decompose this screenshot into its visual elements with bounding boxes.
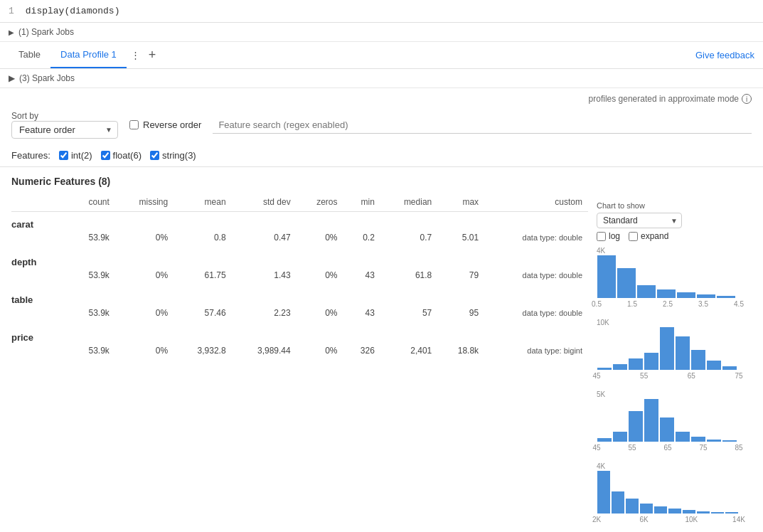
cell-zeros: 0% (297, 269, 343, 287)
svg-rect-11 (660, 327, 674, 370)
reverse-order-label: Reverse order (143, 119, 201, 130)
spark-jobs-2[interactable]: ▶ (3) Spark Jobs (0, 69, 763, 88)
cell-std-dev: 2.23 (232, 307, 297, 325)
cell-empty (11, 307, 68, 325)
chart-wrapper: 5K 4555657585 (597, 390, 752, 454)
svg-rect-16 (597, 438, 612, 442)
chart-x-labels: 2K6K10K14K (597, 516, 739, 526)
tabs-bar: Table Data Profile 1 ⋮ + Give feedback (0, 42, 763, 69)
data-table: count missing mean std dev zeros min med… (11, 193, 588, 363)
cell-mean: 3,932.8 (174, 344, 231, 363)
cell-std-dev: 3,989.44 (232, 344, 297, 363)
spark-jobs-1[interactable]: ▶ (1) Spark Jobs (0, 23, 763, 42)
feature-name: price (11, 332, 33, 343)
feature-string-checkbox[interactable] (150, 151, 159, 160)
numeric-section-header: Numeric Features (8) (11, 176, 588, 187)
svg-rect-15 (722, 366, 737, 370)
feature-float-checkbox[interactable] (101, 151, 110, 160)
svg-rect-24 (722, 440, 737, 442)
chart-y-label: 5K (597, 390, 752, 398)
svg-rect-30 (668, 509, 681, 514)
sort-select-wrapper: Feature order Name Missing % ▼ (11, 121, 118, 139)
cell-mean: 57.46 (174, 307, 231, 325)
table-header-row: count missing mean std dev zeros min med… (11, 193, 588, 212)
tab-add-button[interactable]: + (144, 42, 161, 68)
expand-checkbox[interactable] (629, 232, 638, 241)
feature-name: depth (11, 257, 36, 267)
svg-rect-2 (637, 285, 656, 298)
expand-label: expand (641, 231, 668, 241)
cell-count: 53.9k (68, 269, 115, 287)
cell-missing: 0% (115, 344, 174, 363)
table-data-row: 53.9k 0% 3,932.8 3,989.44 0% 326 2,401 1… (11, 344, 588, 363)
feature-name: table (11, 294, 33, 305)
tab-more-button[interactable]: ⋮ (127, 44, 144, 66)
chart-wrapper: 4K 0.51.52.53.54.5 (597, 247, 752, 310)
code-cell: 1 display(diamonds) (0, 0, 763, 23)
svg-rect-8 (613, 364, 627, 370)
tab-data-profile[interactable]: Data Profile 1 (50, 42, 127, 68)
chart-options: log expand (597, 231, 752, 241)
log-checkbox[interactable] (597, 232, 606, 241)
expand-checkbox-label[interactable]: expand (629, 231, 668, 241)
tab-table[interactable]: Table (9, 42, 50, 68)
table-data-row: 53.9k 0% 0.8 0.47 0% 0.2 0.7 5.01 data t… (11, 231, 588, 250)
cell-max: 95 (437, 307, 484, 325)
svg-rect-9 (629, 358, 643, 370)
svg-rect-20 (660, 417, 674, 442)
chart-type-select[interactable]: Standard Quantile (597, 213, 682, 228)
cell-max: 18.8k (437, 344, 484, 363)
svg-rect-5 (697, 294, 715, 298)
reverse-order-input[interactable] (129, 120, 139, 129)
feature-search-input[interactable] (213, 117, 752, 134)
histogram-svg (597, 399, 739, 442)
feature-name: carat (11, 219, 33, 230)
svg-rect-18 (629, 411, 643, 442)
profile-header: profiles generated in approximate mode i (0, 88, 763, 107)
sort-select[interactable]: Feature order Name Missing % (11, 121, 118, 139)
log-label: log (609, 231, 620, 241)
cell-median: 61.8 (380, 269, 437, 287)
main-content: Numeric Features (8) count missing mean … (0, 167, 763, 532)
svg-rect-12 (676, 336, 690, 370)
chart-y-label: 4K (597, 462, 752, 470)
cell-missing: 0% (115, 269, 174, 287)
cell-count: 53.9k (68, 307, 115, 325)
col-header-min: min (343, 193, 380, 212)
feature-string-chip[interactable]: string(3) (150, 150, 196, 161)
svg-rect-33 (711, 512, 724, 514)
chart-x-labels: 0.51.52.53.54.5 (597, 300, 739, 310)
col-header-name (11, 193, 68, 212)
chart-select-wrapper: Standard Quantile ▼ (597, 213, 682, 228)
chart-to-show-label: Chart to show (597, 201, 752, 210)
give-feedback-button[interactable]: Give feedback (695, 44, 754, 66)
sort-by-label: Sort by (11, 111, 118, 121)
feature-int-label: int(2) (71, 150, 92, 161)
svg-rect-23 (707, 440, 721, 442)
cell-zeros: 0% (297, 344, 343, 363)
svg-rect-3 (657, 289, 676, 298)
cell-count: 53.9k (68, 344, 115, 363)
feature-int-checkbox[interactable] (59, 151, 68, 160)
feature-int-chip[interactable]: int(2) (59, 150, 92, 161)
cell-count: 53.9k (68, 231, 115, 250)
svg-rect-4 (677, 292, 695, 298)
chart-y-label: 4K (597, 247, 752, 255)
info-icon[interactable]: i (742, 94, 752, 104)
cell-min: 326 (343, 344, 380, 363)
chart-y-label: 10K (597, 319, 752, 326)
code-content: display(diamonds) (26, 6, 120, 16)
feature-float-chip[interactable]: float(6) (101, 150, 142, 161)
svg-rect-31 (683, 510, 695, 514)
cell-min: 43 (343, 269, 380, 287)
log-checkbox-label[interactable]: log (597, 231, 620, 241)
col-header-zeros: zeros (297, 193, 343, 212)
svg-rect-1 (617, 268, 636, 298)
cell-zeros: 0% (297, 307, 343, 325)
col-header-custom: custom (484, 193, 588, 212)
col-header-std-dev: std dev (232, 193, 297, 212)
table-row: carat (11, 212, 588, 232)
reverse-order-checkbox[interactable]: Reverse order (129, 119, 201, 130)
sort-by-group: Sort by Feature order Name Missing % ▼ (11, 111, 118, 139)
controls-row: Sort by Feature order Name Missing % ▼ R… (0, 107, 763, 146)
